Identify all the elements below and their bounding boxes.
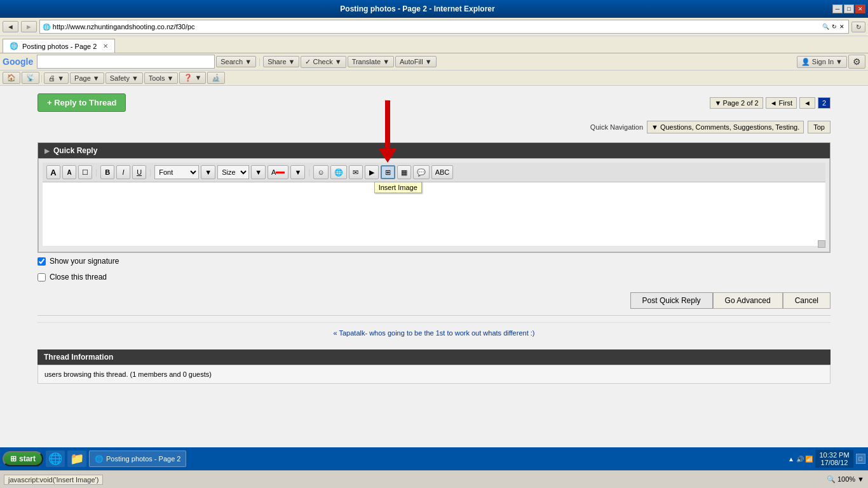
taskbar-tab-icon: 🌐 (95, 455, 104, 463)
research-btn[interactable]: 🔬 (207, 72, 225, 84)
autofill-button[interactable]: AutoFill ▼ (395, 56, 437, 67)
print-btn[interactable]: 🖨 ▼ (44, 72, 69, 84)
nav-link[interactable]: « Tapatalk- whos going to be the 1st to … (334, 329, 535, 337)
emoji-btn[interactable]: ☺ (313, 165, 328, 179)
tools-menu-btn[interactable]: Tools ▼ (144, 72, 179, 84)
editor-wrapper (43, 182, 825, 248)
quick-nav-label: Quick Navigation (590, 123, 643, 131)
insert-link-btn[interactable]: 🌐 (330, 165, 347, 179)
underline-btn[interactable]: U (132, 165, 146, 179)
taskbar-folder-icon[interactable]: 📁 (67, 451, 86, 467)
divider-2: | (41, 74, 43, 83)
status-bar: javascript:void('Insert Image') 🔍 100% ▼ (0, 470, 868, 485)
clock-date: 17/08/12 (819, 459, 849, 466)
google-search-input[interactable] (37, 55, 215, 69)
rss-btn[interactable]: 📡 (22, 72, 39, 84)
page-top-row: + Reply to Thread ▼ Page 2 of 2 ◄ First … (37, 91, 831, 112)
close-thread-label: Close this thread (50, 273, 107, 281)
top-button[interactable]: Top (808, 121, 831, 133)
toolbar-divider-1: | (259, 57, 261, 66)
page-num-button[interactable]: 2 (818, 97, 831, 109)
insert-email-btn[interactable]: ✉ (349, 165, 363, 179)
title-bar: Posting photos - Page 2 - Internet Explo… (0, 0, 868, 18)
share-button[interactable]: Share ▼ (263, 56, 299, 67)
italic-btn[interactable]: I (116, 165, 130, 179)
show-desktop-btn[interactable]: □ (856, 454, 865, 464)
bold-btn[interactable]: B (100, 165, 114, 179)
translate-button[interactable]: Translate ▼ (348, 56, 394, 67)
tab-icon: 🌐 (10, 42, 18, 50)
refresh-button[interactable]: ↻ (851, 22, 865, 32)
clock: 10:32 PM 17/08/12 (815, 450, 853, 468)
go-advanced-button[interactable]: Go Advanced (713, 292, 783, 309)
start-label: start (19, 454, 36, 463)
editor-toolbar: A A ☐ | B I U | Font ▼ Size ▼ A (43, 163, 825, 182)
reply-text-area[interactable] (43, 182, 825, 246)
font-size-dropdown-btn[interactable]: ▼ (251, 165, 266, 179)
restore-button[interactable]: □ (844, 4, 854, 13)
font-size-select[interactable]: Size (217, 165, 249, 179)
insert-table-btn[interactable]: ▦ (397, 165, 411, 179)
font-size-increase-btn[interactable]: A (46, 165, 60, 179)
action-buttons-row: Post Quick Reply Go Advanced Cancel (37, 292, 831, 309)
post-quick-reply-button[interactable]: Post Quick Reply (630, 292, 713, 309)
insert-image-btn[interactable]: ⊞ (381, 165, 395, 179)
quick-nav-dropdown[interactable]: ▼ Questions, Comments, Suggestions, Test… (647, 121, 804, 133)
font-color-dropdown-btn[interactable]: ▼ (290, 165, 305, 179)
google-logo: Google (3, 57, 33, 67)
quick-reply-section: ▶ Quick Reply A A ☐ | B I U | Font (37, 142, 831, 253)
signin-button[interactable]: 👤 Sign In ▼ (797, 56, 847, 68)
close-thread-checkbox[interactable] (37, 273, 46, 281)
font-family-select[interactable]: Font (154, 165, 199, 179)
check-button[interactable]: ✓ Check ▼ (301, 56, 346, 68)
taskbar-active-tab[interactable]: 🌐 Posting photos - Page 2 (89, 451, 186, 467)
insert-quote-btn[interactable]: 💬 (413, 165, 430, 179)
font-color-btn[interactable]: A (268, 165, 288, 179)
reply-thread-button[interactable]: + Reply to Thread (37, 93, 126, 112)
toolbar-sep-3: | (308, 168, 310, 177)
search-button[interactable]: Search ▼ (216, 56, 256, 67)
nav-bar: ◄ ► 🌐 🔍 ↻ ✕ ↻ (0, 18, 868, 36)
browser-tab[interactable]: 🌐 Posting photos - Page 2 ✕ (3, 39, 115, 53)
show-signature-row[interactable]: Show your signature (37, 253, 831, 269)
forward-button[interactable]: ► (21, 21, 37, 32)
taskbar-tab-label: Posting photos - Page 2 (106, 455, 180, 463)
taskbar-icons: ▲ 🔊 📶 (788, 456, 813, 463)
address-bar[interactable]: 🌐 🔍 ↻ ✕ (39, 20, 849, 34)
editor-resize-handle[interactable] (818, 240, 825, 248)
home-icon-btn[interactable]: 🏠 (3, 72, 20, 84)
address-input[interactable] (53, 23, 821, 30)
start-button[interactable]: ⊞ start (3, 451, 43, 466)
back-button[interactable]: ◄ (3, 21, 18, 32)
insert-image-tooltip: Insert Image (374, 182, 422, 193)
minimize-button[interactable]: ─ (832, 4, 843, 13)
cancel-button[interactable]: Cancel (783, 292, 831, 309)
help-btn[interactable]: ❓ ▼ (179, 72, 206, 84)
close-thread-row[interactable]: Close this thread (37, 269, 831, 285)
show-signature-checkbox[interactable] (37, 257, 46, 266)
google-toolbar: Google Search ▼ | Share ▼ ✓ Check ▼ Tran… (0, 53, 868, 71)
close-button[interactable]: ✕ (855, 4, 865, 13)
title-bar-text: Posting photos - Page 2 - Internet Explo… (3, 4, 832, 13)
thread-info-body: users browsing this thread. (1 members a… (37, 365, 831, 384)
font-family-dropdown-btn[interactable]: ▼ (201, 165, 215, 179)
zoom-level: 🔍 100% ▼ (827, 475, 864, 484)
show-signature-label: Show your signature (50, 257, 119, 266)
tab-close-icon[interactable]: ✕ (103, 43, 108, 50)
status-text: javascript:void('Insert Image') (4, 475, 103, 485)
tab-bar: 🌐 Posting photos - Page 2 ✕ (0, 36, 868, 53)
safety-menu-btn[interactable]: Safety ▼ (105, 72, 143, 84)
settings-button[interactable]: ⚙ (848, 55, 865, 69)
insert-media-btn[interactable]: ▶ (365, 165, 379, 179)
font-size-decrease-btn[interactable]: A (62, 165, 76, 179)
first-page-button[interactable]: ◄ First (766, 97, 797, 109)
remove-format-btn[interactable]: ☐ (78, 165, 92, 179)
quick-reply-header[interactable]: ▶ Quick Reply (38, 143, 830, 158)
thread-info-header: Thread Information (37, 349, 831, 365)
prev-page-button[interactable]: ◄ (799, 97, 815, 109)
page-menu-btn[interactable]: Page ▼ (70, 72, 104, 84)
taskbar-ie-icon[interactable]: 🌐 (46, 451, 65, 467)
spell-check-btn[interactable]: ABC (431, 165, 454, 179)
page-dropdown-btn[interactable]: ▼ Page 2 of 2 (710, 97, 763, 109)
editor-container: A A ☐ | B I U | Font ▼ Size ▼ A (38, 158, 830, 252)
